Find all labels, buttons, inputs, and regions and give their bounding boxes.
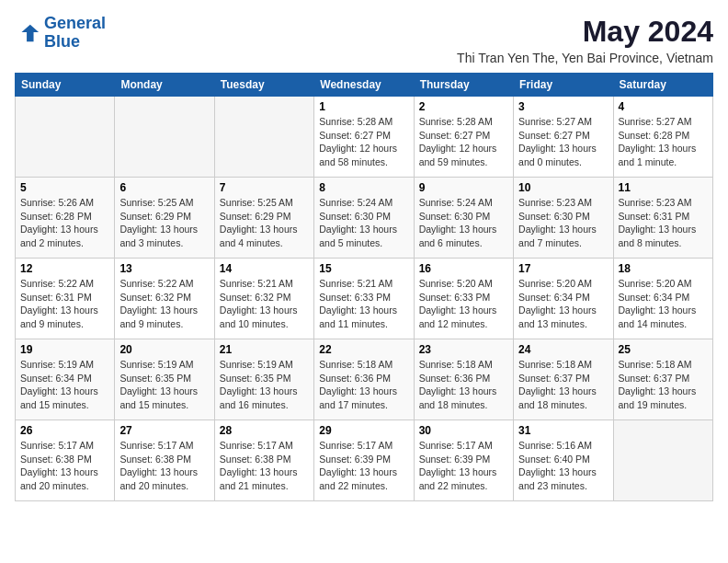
day-info: Sunrise: 5:17 AMSunset: 6:38 PMDaylight:…: [119, 439, 209, 493]
logo-line2: Blue: [44, 32, 80, 51]
logo-text: General Blue: [44, 15, 106, 52]
col-header-sunday: Sunday: [16, 74, 115, 97]
day-number: 17: [518, 262, 608, 275]
day-number: 28: [220, 424, 309, 437]
calendar-cell: 6Sunrise: 5:25 AMSunset: 6:29 PMDaylight…: [115, 178, 214, 259]
day-number: 31: [518, 424, 608, 437]
day-number: 18: [619, 262, 708, 275]
day-number: 5: [20, 181, 109, 194]
calendar-cell: 12Sunrise: 5:22 AMSunset: 6:31 PMDayligh…: [16, 259, 115, 339]
calendar-header-row: SundayMondayTuesdayWednesdayThursdayFrid…: [16, 74, 713, 97]
day-info: Sunrise: 5:24 AMSunset: 6:30 PMDaylight:…: [319, 196, 408, 250]
day-info: Sunrise: 5:23 AMSunset: 6:30 PMDaylight:…: [518, 196, 608, 250]
day-info: Sunrise: 5:21 AMSunset: 6:33 PMDaylight:…: [319, 277, 408, 331]
day-info: Sunrise: 5:27 AMSunset: 6:28 PMDaylight:…: [619, 115, 708, 169]
title-block: May 2024 Thi Tran Yen The, Yen Bai Provi…: [457, 15, 713, 65]
day-number: 25: [619, 343, 708, 356]
col-header-thursday: Thursday: [414, 74, 513, 97]
day-info: Sunrise: 5:28 AMSunset: 6:27 PMDaylight:…: [319, 115, 408, 169]
day-number: 14: [220, 262, 309, 275]
day-number: 1: [319, 100, 408, 113]
day-number: 11: [619, 181, 708, 194]
calendar-cell: 16Sunrise: 5:20 AMSunset: 6:33 PMDayligh…: [414, 259, 513, 339]
page-header: General Blue May 2024 Thi Tran Yen The, …: [15, 15, 713, 65]
day-number: 16: [419, 262, 508, 275]
calendar-cell: 1Sunrise: 5:28 AMSunset: 6:27 PMDaylight…: [314, 97, 414, 178]
day-info: Sunrise: 5:19 AMSunset: 6:35 PMDaylight:…: [220, 358, 309, 412]
day-info: Sunrise: 5:16 AMSunset: 6:40 PMDaylight:…: [518, 439, 608, 493]
day-info: Sunrise: 5:17 AMSunset: 6:38 PMDaylight:…: [20, 439, 109, 493]
calendar-table: SundayMondayTuesdayWednesdayThursdayFrid…: [15, 73, 713, 501]
calendar-cell: [613, 420, 712, 501]
calendar-cell: 20Sunrise: 5:19 AMSunset: 6:35 PMDayligh…: [115, 339, 214, 420]
calendar-cell: 11Sunrise: 5:23 AMSunset: 6:31 PMDayligh…: [613, 178, 712, 259]
day-number: 6: [119, 181, 209, 194]
day-info: Sunrise: 5:20 AMSunset: 6:33 PMDaylight:…: [419, 277, 508, 331]
day-number: 26: [20, 424, 109, 437]
calendar-cell: 29Sunrise: 5:17 AMSunset: 6:39 PMDayligh…: [314, 420, 414, 501]
day-info: Sunrise: 5:18 AMSunset: 6:36 PMDaylight:…: [419, 358, 508, 412]
calendar-cell: 23Sunrise: 5:18 AMSunset: 6:36 PMDayligh…: [414, 339, 513, 420]
calendar-cell: 27Sunrise: 5:17 AMSunset: 6:38 PMDayligh…: [115, 420, 214, 501]
day-number: 30: [419, 424, 508, 437]
col-header-wednesday: Wednesday: [314, 74, 414, 97]
calendar-cell: 8Sunrise: 5:24 AMSunset: 6:30 PMDaylight…: [314, 178, 414, 259]
calendar-cell: 9Sunrise: 5:24 AMSunset: 6:30 PMDaylight…: [414, 178, 513, 259]
day-number: 23: [419, 343, 508, 356]
day-number: 15: [319, 262, 408, 275]
day-info: Sunrise: 5:28 AMSunset: 6:27 PMDaylight:…: [419, 115, 508, 169]
location: Thi Tran Yen The, Yen Bai Province, Viet…: [457, 51, 713, 65]
day-info: Sunrise: 5:17 AMSunset: 6:38 PMDaylight:…: [220, 439, 309, 493]
calendar-cell: 15Sunrise: 5:21 AMSunset: 6:33 PMDayligh…: [314, 259, 414, 339]
day-info: Sunrise: 5:27 AMSunset: 6:27 PMDaylight:…: [518, 115, 608, 169]
month-year: May 2024: [457, 15, 713, 49]
day-number: 13: [119, 262, 209, 275]
col-header-saturday: Saturday: [613, 74, 712, 97]
day-info: Sunrise: 5:23 AMSunset: 6:31 PMDaylight:…: [619, 196, 708, 250]
day-number: 9: [419, 181, 508, 194]
calendar-cell: 24Sunrise: 5:18 AMSunset: 6:37 PMDayligh…: [514, 339, 613, 420]
calendar-cell: 30Sunrise: 5:17 AMSunset: 6:39 PMDayligh…: [414, 420, 513, 501]
day-number: 12: [20, 262, 109, 275]
calendar-cell: 5Sunrise: 5:26 AMSunset: 6:28 PMDaylight…: [16, 178, 115, 259]
day-number: 7: [220, 181, 309, 194]
calendar-cell: 14Sunrise: 5:21 AMSunset: 6:32 PMDayligh…: [214, 259, 313, 339]
day-info: Sunrise: 5:25 AMSunset: 6:29 PMDaylight:…: [220, 196, 309, 250]
calendar-cell: 19Sunrise: 5:19 AMSunset: 6:34 PMDayligh…: [16, 339, 115, 420]
calendar-cell: 3Sunrise: 5:27 AMSunset: 6:27 PMDaylight…: [514, 97, 613, 178]
day-number: 29: [319, 424, 408, 437]
calendar-cell: 22Sunrise: 5:18 AMSunset: 6:36 PMDayligh…: [314, 339, 414, 420]
calendar-cell: 25Sunrise: 5:18 AMSunset: 6:37 PMDayligh…: [613, 339, 712, 420]
day-number: 22: [319, 343, 408, 356]
col-header-tuesday: Tuesday: [214, 74, 313, 97]
day-info: Sunrise: 5:20 AMSunset: 6:34 PMDaylight:…: [619, 277, 708, 331]
day-info: Sunrise: 5:19 AMSunset: 6:34 PMDaylight:…: [20, 358, 109, 412]
calendar-week-2: 5Sunrise: 5:26 AMSunset: 6:28 PMDaylight…: [16, 178, 713, 259]
day-info: Sunrise: 5:24 AMSunset: 6:30 PMDaylight:…: [419, 196, 508, 250]
day-info: Sunrise: 5:18 AMSunset: 6:37 PMDaylight:…: [518, 358, 608, 412]
col-header-friday: Friday: [514, 74, 613, 97]
calendar-week-3: 12Sunrise: 5:22 AMSunset: 6:31 PMDayligh…: [16, 259, 713, 339]
col-header-monday: Monday: [115, 74, 214, 97]
day-number: 19: [20, 343, 109, 356]
calendar-week-1: 1Sunrise: 5:28 AMSunset: 6:27 PMDaylight…: [16, 97, 713, 178]
calendar-cell: 7Sunrise: 5:25 AMSunset: 6:29 PMDaylight…: [214, 178, 313, 259]
day-number: 20: [119, 343, 209, 356]
logo-icon: [15, 20, 40, 46]
calendar-cell: 13Sunrise: 5:22 AMSunset: 6:32 PMDayligh…: [115, 259, 214, 339]
calendar-cell: [115, 97, 214, 178]
day-info: Sunrise: 5:21 AMSunset: 6:32 PMDaylight:…: [220, 277, 309, 331]
calendar-week-5: 26Sunrise: 5:17 AMSunset: 6:38 PMDayligh…: [16, 420, 713, 501]
calendar-cell: 2Sunrise: 5:28 AMSunset: 6:27 PMDaylight…: [414, 97, 513, 178]
day-number: 24: [518, 343, 608, 356]
calendar-week-4: 19Sunrise: 5:19 AMSunset: 6:34 PMDayligh…: [16, 339, 713, 420]
calendar-cell: 26Sunrise: 5:17 AMSunset: 6:38 PMDayligh…: [16, 420, 115, 501]
calendar-cell: 4Sunrise: 5:27 AMSunset: 6:28 PMDaylight…: [613, 97, 712, 178]
day-number: 21: [220, 343, 309, 356]
calendar-cell: 21Sunrise: 5:19 AMSunset: 6:35 PMDayligh…: [214, 339, 313, 420]
day-info: Sunrise: 5:18 AMSunset: 6:37 PMDaylight:…: [619, 358, 708, 412]
day-info: Sunrise: 5:18 AMSunset: 6:36 PMDaylight:…: [319, 358, 408, 412]
logo: General Blue: [15, 15, 106, 52]
calendar-cell: 18Sunrise: 5:20 AMSunset: 6:34 PMDayligh…: [613, 259, 712, 339]
calendar-cell: 28Sunrise: 5:17 AMSunset: 6:38 PMDayligh…: [214, 420, 313, 501]
